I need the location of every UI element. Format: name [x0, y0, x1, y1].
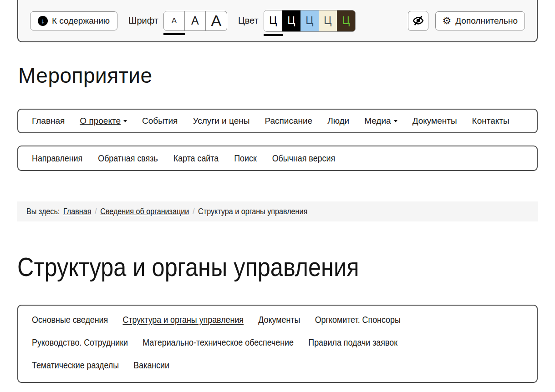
font-size-group: А А А: [163, 11, 227, 31]
caret-down-icon: [394, 120, 397, 122]
color-scheme-label: Цвет: [238, 15, 259, 26]
page-container: ↓ К содержанию Шрифт А А А Цвет Ц Ц Ц Ц …: [17, 0, 538, 383]
accessibility-toolbar: ↓ К содержанию Шрифт А А А Цвет Ц Ц Ц Ц …: [17, 0, 538, 42]
settings-button[interactable]: ⚙ Дополнительно: [435, 11, 525, 30]
hide-images-button[interactable]: [408, 11, 428, 31]
tab-osnovnye-svedeniya[interactable]: Основные сведения: [32, 314, 108, 325]
breadcrumb-row: Вы здесь: Главная / Сведения об организа…: [26, 206, 453, 216]
breadcrumb-prefix: Вы здесь:: [26, 206, 60, 216]
nav-item-obratnaya-svyaz[interactable]: Обратная связь: [98, 153, 158, 164]
section-navigation: Основные сведения Структура и органы упр…: [17, 305, 538, 383]
nav-item-lyudi[interactable]: Люди: [327, 116, 349, 126]
to-content-label: К содержанию: [52, 16, 110, 26]
breadcrumb-separator: /: [193, 206, 194, 216]
breadcrumb-current: Структура и органы управления: [198, 206, 307, 216]
font-size-medium-button[interactable]: А: [185, 11, 206, 30]
color-scheme-black-button[interactable]: Ц: [282, 10, 300, 31]
tab-rukovodstvo-sotrudniki[interactable]: Руководство. Сотрудники: [32, 337, 128, 348]
font-size-label: Шрифт: [128, 15, 158, 26]
tab-tematicheskie-razdely[interactable]: Тематические разделы: [32, 360, 119, 371]
color-scheme-beige-button[interactable]: Ц: [319, 10, 337, 31]
color-scheme-brown-button[interactable]: Ц: [337, 10, 355, 31]
nav-item-karta-sayta[interactable]: Карта сайта: [173, 153, 219, 164]
breadcrumb-link-glavnaya[interactable]: Главная: [63, 206, 91, 216]
nav-item-kontakty[interactable]: Контакты: [472, 116, 509, 126]
tab-pravila-podachi-zayavok[interactable]: Правила подачи заявок: [308, 337, 397, 348]
tab-dokumenty[interactable]: Документы: [258, 314, 300, 325]
nav-item-o-proekte[interactable]: О проекте: [80, 116, 127, 126]
section-nav-row-1: Основные сведения Структура и органы упр…: [32, 308, 449, 331]
nav-item-napravleniya[interactable]: Направления: [32, 153, 82, 164]
color-scheme-white-button[interactable]: Ц: [264, 10, 282, 31]
tab-materialno-tekhnicheskoe[interactable]: Материально-техническое обеспечение: [143, 337, 294, 348]
secondary-navigation: Направления Обратная связь Карта сайта П…: [17, 146, 538, 171]
circle-arrow-down-icon: ↓: [38, 16, 48, 26]
to-content-button[interactable]: ↓ К содержанию: [30, 11, 117, 30]
breadcrumb: Вы здесь: Главная / Сведения об организа…: [17, 201, 538, 221]
nav-item-glavnaya[interactable]: Главная: [32, 116, 65, 126]
breadcrumb-separator: /: [95, 206, 97, 216]
section-nav-row-3: Тематические разделы Вакансии: [32, 354, 449, 377]
caret-down-icon: [123, 120, 127, 122]
nav-item-sobytiya[interactable]: События: [142, 116, 178, 126]
tab-struktura-i-organy[interactable]: Структура и органы управления: [123, 314, 244, 325]
nav-item-dokumenty[interactable]: Документы: [412, 116, 457, 126]
nav-item-raspisanie[interactable]: Расписание: [265, 116, 312, 126]
tab-orgkomitet-sponsory[interactable]: Оргкомитет. Спонсоры: [315, 314, 401, 325]
breadcrumb-link-svedeniya[interactable]: Сведения об организации: [100, 206, 189, 216]
nav-item-obychnaya-versiya[interactable]: Обычная версия: [272, 153, 335, 164]
font-size-large-button[interactable]: А: [206, 11, 227, 30]
nav-item-media-label: Медиа: [364, 116, 391, 126]
section-nav-row-2: Руководство. Сотрудники Материально-техн…: [32, 331, 449, 354]
color-scheme-blue-button[interactable]: Ц: [300, 10, 319, 31]
eye-slash-icon: [412, 15, 424, 26]
nav-item-poisk[interactable]: Поиск: [234, 153, 256, 164]
color-scheme-group: Ц Ц Ц Ц Ц: [264, 10, 356, 32]
gear-icon: ⚙: [443, 16, 452, 26]
page-title: Структура и органы управления: [17, 251, 470, 282]
nav-item-media[interactable]: Медиа: [364, 116, 397, 126]
main-navigation: Главная О проекте События Услуги и цены …: [17, 109, 538, 133]
tab-vakansii[interactable]: Вакансии: [133, 360, 169, 371]
nav-item-uslugi-i-tseny[interactable]: Услуги и цены: [193, 116, 249, 126]
site-title: Мероприятие: [18, 63, 538, 88]
font-size-small-button[interactable]: А: [164, 11, 185, 30]
nav-item-o-proekte-label: О проекте: [80, 116, 121, 126]
secondary-navigation-row: Направления Обратная связь Карта сайта П…: [32, 153, 449, 164]
settings-label: Дополнительно: [455, 16, 518, 26]
